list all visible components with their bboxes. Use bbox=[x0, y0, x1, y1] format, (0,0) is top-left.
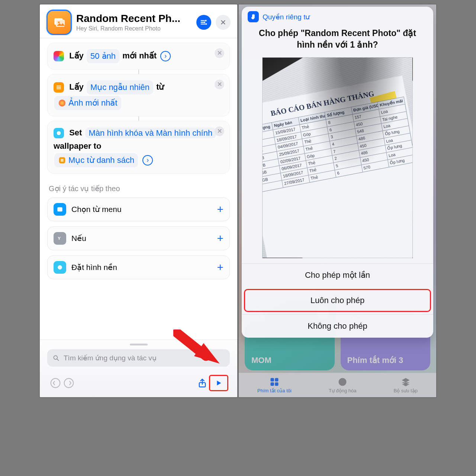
svg-point-5 bbox=[205, 23, 207, 25]
action-set-wallpaper[interactable]: ✕ Set Màn hình khóa và Màn hình chính wa… bbox=[47, 121, 230, 173]
svg-point-14 bbox=[64, 379, 74, 388]
svg-point-7 bbox=[57, 131, 61, 135]
play-icon bbox=[215, 379, 223, 387]
share-button[interactable] bbox=[196, 376, 209, 390]
dont-allow-button[interactable]: Không cho phép bbox=[242, 314, 433, 338]
svg-rect-9 bbox=[57, 207, 62, 212]
svg-point-13 bbox=[51, 379, 60, 388]
siri-phrase: Hey Siri, Random Recent Photo bbox=[76, 25, 192, 32]
sheet-grabber[interactable] bbox=[130, 344, 148, 345]
add-icon[interactable]: + bbox=[217, 232, 223, 245]
svg-point-12 bbox=[54, 356, 57, 359]
privacy-icon bbox=[248, 11, 259, 22]
close-button[interactable] bbox=[216, 15, 231, 30]
remove-action-icon[interactable]: ✕ bbox=[215, 48, 224, 58]
svg-point-3 bbox=[205, 20, 206, 21]
privacy-prompt: Cho phép "Random Recent Photo" đặt hình … bbox=[242, 25, 433, 57]
action-mid: wallpaper to bbox=[54, 141, 101, 151]
doc-title: BÁO CÁO BÁN HÀNG THÁNG bbox=[262, 75, 406, 126]
sliders-icon bbox=[200, 18, 208, 26]
suggestion-if[interactable]: Y Nếu + bbox=[47, 226, 230, 250]
action-suffix: mới nhất bbox=[122, 51, 157, 60]
shortcut-title[interactable]: Random Recent Ph... bbox=[76, 13, 192, 25]
search-icon bbox=[52, 354, 60, 362]
action-random-item[interactable]: ✕ Lấy Mục ngẫu nhiên từ Ảnh mới nhất bbox=[47, 74, 230, 116]
random-token[interactable]: Mục ngẫu nhiên bbox=[87, 80, 153, 94]
run-button[interactable] bbox=[209, 375, 228, 391]
photos-icon bbox=[58, 99, 66, 107]
list-chip-icon bbox=[58, 156, 66, 164]
allow-once-button[interactable]: Cho phép một lần bbox=[242, 264, 433, 287]
source-token[interactable]: Ảnh mới nhất bbox=[54, 96, 121, 110]
svg-point-2 bbox=[58, 22, 60, 23]
add-icon[interactable]: + bbox=[217, 203, 223, 216]
undo-icon bbox=[50, 378, 61, 388]
photos-stack-icon bbox=[52, 15, 66, 29]
item-token[interactable]: Mục từ danh sách bbox=[54, 153, 138, 167]
photo-count-token[interactable]: 50 ảnh bbox=[87, 49, 119, 63]
action-verb: Set bbox=[69, 128, 82, 137]
privacy-sheet: Quyền riêng tư Cho phép "Random Recent P… bbox=[242, 7, 433, 338]
svg-point-11 bbox=[58, 265, 62, 270]
close-icon bbox=[220, 19, 226, 26]
svg-point-6 bbox=[59, 100, 65, 106]
redo-icon bbox=[64, 378, 74, 388]
add-icon[interactable]: + bbox=[217, 261, 223, 274]
action-get-photos[interactable]: ✕ Lấy 50 ảnh mới nhất › bbox=[47, 43, 230, 70]
remove-action-icon[interactable]: ✕ bbox=[215, 80, 224, 89]
svg-point-4 bbox=[204, 22, 205, 23]
always-allow-button[interactable]: Luôn cho phép bbox=[244, 289, 431, 312]
expand-icon[interactable]: › bbox=[160, 51, 171, 61]
wallpaper-icon bbox=[54, 261, 66, 274]
hand-icon bbox=[250, 13, 257, 20]
action-verb: Lấy bbox=[69, 51, 84, 60]
remove-action-icon[interactable]: ✕ bbox=[215, 126, 224, 136]
expand-icon[interactable]: › bbox=[142, 155, 153, 165]
action-verb: Lấy bbox=[69, 82, 84, 91]
spreadsheet-table: Dung lượngNgày bánLoại hình thanh toánSố… bbox=[262, 97, 413, 193]
redo-button[interactable] bbox=[62, 376, 75, 390]
wallpaper-icon bbox=[54, 128, 64, 138]
annotation-arrow bbox=[173, 329, 222, 370]
share-icon bbox=[197, 378, 208, 388]
wallpaper-preview: BÁO CÁO BÁN HÀNG THÁNG Dung lượngNgày bá… bbox=[262, 57, 413, 258]
settings-button[interactable] bbox=[196, 15, 211, 30]
action-joiner: từ bbox=[156, 82, 164, 91]
menu-icon bbox=[54, 203, 66, 216]
list-icon bbox=[54, 82, 64, 93]
branch-icon: Y bbox=[54, 232, 66, 245]
privacy-label: Quyền riêng tư bbox=[263, 13, 310, 21]
suggestions-heading: Gợi ý tác vụ tiếp theo bbox=[49, 184, 228, 193]
photos-app-icon bbox=[54, 51, 64, 61]
svg-text:Y: Y bbox=[58, 236, 61, 241]
shortcut-app-icon[interactable] bbox=[46, 10, 72, 35]
screens-token[interactable]: Màn hình khóa và Màn hình chính bbox=[85, 128, 216, 138]
suggestion-set-wallpaper[interactable]: Đặt hình nền + bbox=[47, 255, 230, 279]
undo-button[interactable] bbox=[49, 376, 62, 390]
suggestion-choose-menu[interactable]: Chọn từ menu + bbox=[47, 197, 230, 221]
